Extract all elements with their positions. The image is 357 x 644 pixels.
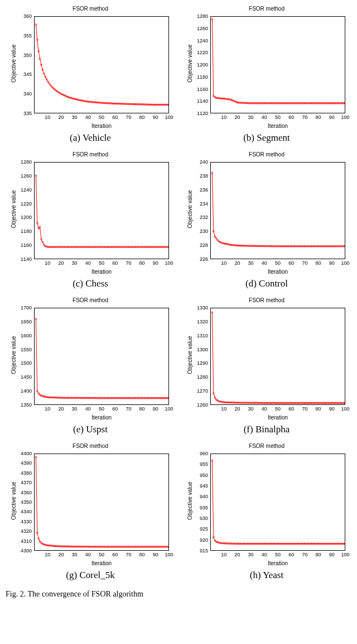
chart-box: Objective valueIteration1260127012801290… (186, 304, 348, 422)
data-curve (35, 163, 168, 259)
y-tick: 1400 (21, 388, 32, 394)
y-tick: 4370 (21, 480, 32, 485)
x-tick: 80 (316, 406, 321, 412)
chart-binalpha: FSOR methodObjective valueIteration12601… (182, 297, 351, 441)
chart-title: FSOR method (73, 443, 108, 449)
x-axis-label: Iteration (210, 269, 345, 275)
x-tick: 40 (85, 406, 91, 412)
x-tick: 10 (221, 115, 226, 120)
y-tick: 240 (200, 159, 208, 165)
x-tick: 80 (139, 115, 145, 120)
plot-area (210, 162, 345, 259)
chart-uspst: FSOR methodObjective valueIteration13501… (6, 297, 175, 441)
chart-box: Objective valueIteration1140116011801200… (9, 159, 171, 276)
y-tick: 935 (200, 505, 208, 511)
x-tick: 60 (112, 552, 118, 557)
y-tick: 960 (200, 451, 208, 456)
x-tick: 70 (302, 115, 307, 120)
chart-title: FSOR method (249, 6, 284, 12)
y-tick: 4400 (21, 451, 32, 456)
plot-area (210, 454, 345, 551)
x-tick: 10 (45, 260, 50, 266)
x-tick: 30 (248, 406, 254, 412)
x-axis-label: Iteration (34, 269, 169, 275)
x-tick: 50 (99, 552, 104, 557)
x-tick: 70 (302, 260, 307, 266)
x-tick: 80 (316, 115, 321, 120)
y-tick: 1200 (197, 62, 208, 68)
chart-box: Objective valueIteration4300431043204330… (9, 450, 171, 567)
y-tick: 4340 (21, 509, 32, 514)
y-tick: 236 (200, 187, 208, 193)
x-tick: 90 (329, 115, 335, 120)
y-tick: 234 (200, 201, 208, 207)
x-axis-label: Iteration (34, 414, 169, 421)
y-tick: 1200 (21, 214, 32, 220)
x-tick: 90 (153, 406, 158, 412)
y-tick: 1260 (197, 26, 208, 31)
x-tick: 10 (45, 406, 50, 412)
data-curve (35, 17, 168, 113)
x-tick: 80 (139, 552, 145, 557)
x-tick: 90 (329, 260, 335, 266)
y-tick: 355 (23, 33, 32, 39)
x-axis-label: Iteration (210, 560, 345, 566)
x-tick: 40 (85, 552, 91, 557)
chart-box: Objective valueIteration3353403453503553… (9, 13, 171, 130)
chart-box: Objective valueIteration1120114011601180… (186, 13, 348, 130)
chart-vehicle: FSOR methodObjective valueIteration33534… (6, 6, 175, 149)
y-tick: 1140 (21, 256, 32, 262)
y-tick: 4320 (21, 528, 32, 534)
y-tick: 4380 (21, 470, 32, 476)
x-axis-label: Iteration (34, 560, 169, 566)
x-tick: 20 (58, 115, 64, 120)
y-tick: 915 (200, 548, 208, 554)
y-tick: 1280 (21, 159, 32, 165)
y-tick: 1310 (197, 333, 208, 338)
x-tick: 50 (99, 260, 104, 266)
x-tick: 80 (316, 552, 321, 557)
subplot-caption: (f) Binalpha (244, 424, 290, 435)
x-tick: 30 (72, 115, 78, 120)
y-tick: 920 (200, 537, 208, 543)
y-tick: 1550 (21, 347, 32, 352)
x-tick: 60 (112, 260, 118, 266)
x-tick: 100 (341, 260, 349, 266)
y-tick: 1120 (197, 111, 208, 116)
x-axis-label: Iteration (210, 123, 345, 129)
plot-area (210, 16, 345, 113)
y-tick: 4390 (21, 460, 32, 466)
y-tick: 238 (200, 173, 208, 179)
chart-box: Objective valueIteration1350140014501500… (9, 304, 171, 422)
y-tick: 228 (200, 242, 208, 248)
x-tick: 100 (165, 260, 173, 266)
x-tick: 60 (288, 552, 294, 557)
x-tick: 30 (248, 552, 254, 557)
x-tick: 30 (72, 260, 78, 266)
data-curve (35, 308, 168, 404)
y-tick: 1280 (197, 13, 208, 19)
y-tick: 1180 (197, 74, 208, 80)
x-tick: 50 (99, 406, 104, 412)
y-tick: 335 (23, 111, 32, 116)
y-tick: 4310 (21, 538, 32, 544)
y-tick: 1160 (197, 87, 208, 92)
x-tick: 20 (58, 260, 64, 266)
x-tick: 100 (341, 552, 349, 557)
x-tick: 50 (99, 115, 104, 120)
x-tick: 10 (45, 552, 50, 557)
y-tick: 232 (200, 214, 208, 220)
x-tick: 70 (126, 115, 131, 120)
x-tick: 20 (234, 552, 240, 557)
x-tick: 40 (85, 115, 91, 120)
x-tick: 30 (248, 260, 254, 266)
y-tick: 1240 (197, 38, 208, 44)
x-tick: 30 (72, 552, 78, 557)
chart-title: FSOR method (249, 151, 284, 158)
y-tick: 1320 (197, 319, 208, 325)
x-tick: 50 (275, 260, 281, 266)
data-curve (211, 163, 345, 259)
subplot-caption: (d) Control (245, 278, 288, 289)
data-curve (35, 454, 168, 550)
x-tick: 90 (329, 552, 335, 557)
